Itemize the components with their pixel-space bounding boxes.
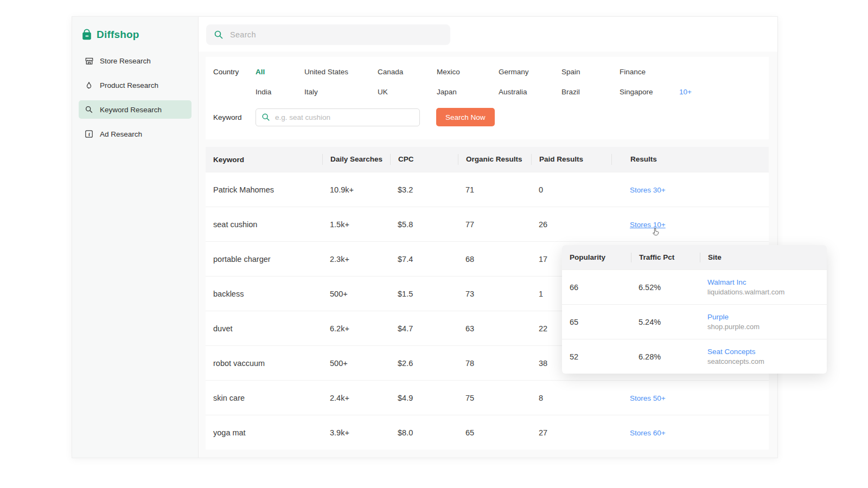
sidebar-item-store-research[interactable]: Store Research [79,52,192,70]
country-option-singapore[interactable]: Singapore [620,88,679,96]
storefront-icon [84,56,94,66]
cell-daily-searches: 1.5k+ [322,220,390,229]
cell-organic-results: 78 [458,359,531,368]
country-option-germany[interactable]: Germany [499,68,561,76]
magnifier-icon [84,105,94,114]
site-domain: liquidations.walmart.com [707,288,827,296]
search-icon [261,113,270,121]
cell-keyword: duvet [206,324,322,333]
cell-cpc: $7.4 [390,255,458,264]
popup-row: 66 6.52% Walmart Inc liquidations.walmar… [562,269,827,304]
country-option-australia[interactable]: Australia [499,88,561,96]
popup-row: 65 5.24% Purple shop.purple.com [562,304,827,339]
country-option-canada[interactable]: Canada [378,68,437,76]
site-domain: seatconcepts.com [707,357,827,365]
site-link[interactable]: Seat Concepts [707,348,827,356]
search-icon [214,30,224,40]
shopping-bag-logo-icon: ∞ [81,29,93,41]
col-header-results: Results [611,154,769,165]
popup-col-traffic-pct: Traffic Pct [631,253,700,262]
cell-daily-searches: 500+ [322,359,390,368]
cell-keyword: yoga mat [206,428,322,437]
global-search-input[interactable]: Search [206,24,450,45]
site-link[interactable]: Walmart Inc [707,278,827,286]
cell-organic-results: 75 [458,394,531,402]
cell-organic-results: 73 [458,290,531,298]
cell-organic-results: 68 [458,255,531,264]
cell-traffic-pct: 6.28% [631,352,700,361]
main-content: Search Country All United States Canada … [199,17,777,458]
country-option-mexico[interactable]: Mexico [437,68,499,76]
cell-organic-results: 63 [458,324,531,333]
table-row: Patrick Mahomes 10.9k+ $3.2 71 0 Stores … [206,172,769,207]
svg-text:f: f [88,132,91,137]
col-header-daily-searches: Daily Searches [322,154,390,165]
country-option-all[interactable]: All [256,68,304,76]
keyword-search-row: Keyword e.g. seat cushion Search Now [213,108,769,126]
cell-keyword: skin care [206,394,322,402]
cell-cpc: $4.9 [390,394,458,402]
country-option-finance[interactable]: Finance [620,68,679,76]
svg-text:∞: ∞ [85,33,89,38]
brand-name: Diffshop [97,29,139,41]
cell-traffic-pct: 5.24% [631,318,700,326]
cell-keyword: Patrick Mahomes [206,185,322,194]
sidebar-item-keyword-research[interactable]: Keyword Research [79,100,192,119]
sidebar: ∞ Diffshop Store Research Product [72,17,199,458]
cell-cpc: $5.8 [390,220,458,229]
site-link[interactable]: Purple [707,313,827,321]
sidebar-item-ad-research[interactable]: f Ad Research [79,125,192,143]
keyword-label: Keyword [213,113,256,121]
cell-daily-searches: 500+ [322,290,390,298]
country-option-brazil[interactable]: Brazil [561,88,620,96]
table-row: yoga mat 3.9k+ $8.0 65 27 Stores 60+ [206,415,769,450]
table-row: skin care 2.4k+ $4.9 75 8 Stores 50+ [206,380,769,415]
stores-popup: Popularity Traffic Pct Site 66 6.52% Wal… [562,245,827,374]
country-more-link[interactable]: 10+ [679,88,723,96]
cell-paid-results: 8 [531,394,611,402]
country-option-uk[interactable]: UK [378,88,437,96]
table-row: seat cushion 1.5k+ $5.8 77 26 Stores 10+ [206,207,769,241]
cell-keyword: backless [206,290,322,298]
stores-link-hovered[interactable]: Stores 10+ [630,221,666,229]
topbar: Search [199,17,777,52]
cell-popularity: 66 [562,283,631,292]
cell-popularity: 65 [562,318,631,326]
stores-link[interactable]: Stores 30+ [630,186,666,194]
country-option-japan[interactable]: Japan [437,88,499,96]
cell-keyword: portable charger [206,255,322,264]
cell-daily-searches: 6.2k+ [322,324,390,333]
cell-traffic-pct: 6.52% [631,283,700,292]
country-option-italy[interactable]: Italy [304,88,378,96]
cell-daily-searches: 10.9k+ [322,185,390,194]
keyword-placeholder: e.g. seat cushion [275,113,330,121]
col-header-paid-results: Paid Results [531,154,611,165]
sidebar-item-product-research[interactable]: Product Research [79,76,192,94]
country-option-united-states[interactable]: United States [304,68,378,76]
keyword-input[interactable]: e.g. seat cushion [256,108,420,126]
cell-cpc: $8.0 [390,428,458,437]
col-header-cpc: CPC [390,154,458,165]
cell-keyword: seat cushion [206,220,322,229]
popup-row: 52 6.28% Seat Concepts seatconcepts.com [562,339,827,374]
popup-header-row: Popularity Traffic Pct Site [562,245,827,269]
popup-col-site: Site [700,253,827,262]
country-option-spain[interactable]: Spain [561,68,620,76]
cell-keyword: robot vaccuum [206,359,322,368]
sidebar-item-label: Ad Research [100,130,142,138]
cell-paid-results: 26 [531,220,611,229]
col-header-organic-results: Organic Results [458,154,531,165]
popup-col-popularity: Popularity [562,253,631,261]
country-filter: Country All United States Canada Mexico … [213,68,769,96]
country-option-india[interactable]: India [256,88,304,96]
brand-logo: ∞ Diffshop [79,25,192,52]
app-window: ∞ Diffshop Store Research Product [72,16,778,458]
search-now-button[interactable]: Search Now [436,108,495,126]
stores-link[interactable]: Stores 60+ [630,429,666,437]
search-placeholder: Search [230,30,256,39]
stores-link[interactable]: Stores 50+ [630,394,666,402]
col-header-keyword: Keyword [206,156,322,164]
cell-daily-searches: 2.4k+ [322,394,390,402]
cell-daily-searches: 2.3k+ [322,255,390,264]
country-label: Country [213,68,256,76]
